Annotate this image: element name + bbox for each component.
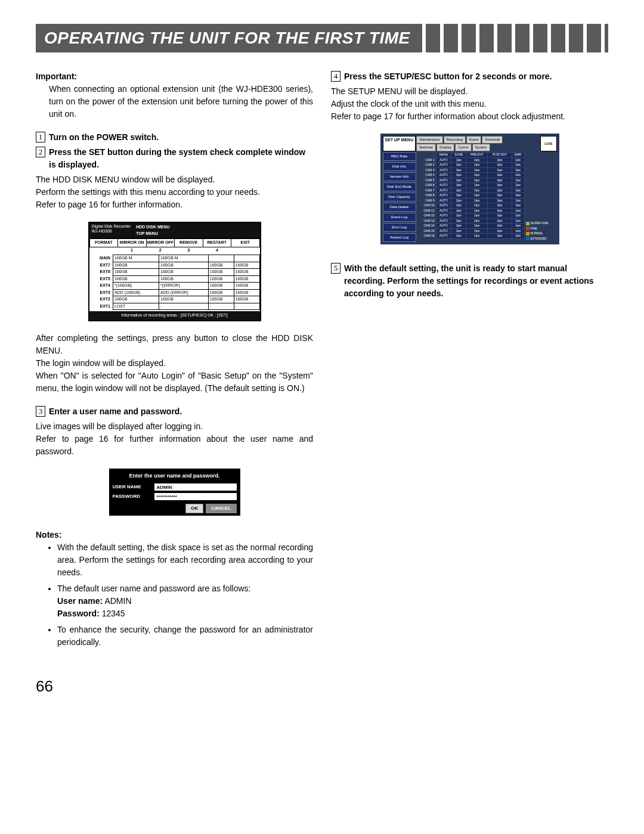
setup-cell: 1ips — [451, 218, 466, 224]
setup-cell: AUTO — [436, 208, 451, 213]
setup-cell: 1ips — [488, 224, 512, 229]
hdd-cell: - — [159, 303, 209, 310]
hdd-cell: - — [208, 303, 234, 310]
setup-row-label: CAM 6 — [417, 183, 436, 188]
legend-swatch — [526, 227, 530, 230]
hdd-tab: FORMAT — [89, 238, 119, 247]
setup-tab: Event — [466, 136, 481, 144]
setup-cell: 1ips — [466, 173, 488, 178]
setup-cell: AUTO — [436, 173, 451, 178]
step-title-2: Press the SET button during the system c… — [49, 146, 313, 171]
note-user-value: ADMIN — [103, 596, 131, 606]
note-1: With the default setting, the disk space… — [57, 541, 313, 579]
setup-cell: 1ips — [512, 203, 524, 209]
hdd-cell — [234, 255, 259, 262]
hdd-cell: 160GB — [234, 275, 259, 283]
setup-cell: 1ips — [466, 218, 488, 224]
setup-row-label: CAM 11 — [417, 208, 436, 213]
step4-p2: Adjust the clock of the unit with this m… — [331, 98, 608, 110]
step-number-5: 5 — [331, 263, 340, 274]
setup-row-label: CAM 14 — [417, 224, 436, 229]
note-2-text: The default user name and password are a… — [57, 584, 251, 593]
setup-menu-figure: SET UP MENU MaintenanceRecordingEventSch… — [380, 134, 559, 244]
setup-row-label: CAM 12 — [417, 213, 436, 219]
setup-row-label: CAM 4 — [417, 173, 436, 178]
important-label: Important: — [36, 70, 313, 83]
setup-cell: 1ips — [488, 163, 512, 168]
setup-cell: 1ips — [488, 198, 512, 203]
setup-col-header: POST-EVT — [488, 153, 512, 158]
setup-cell: 1ips — [512, 157, 524, 163]
setup-side-button: Data Delete — [383, 203, 416, 212]
hdd-cell: *(160GB) — [113, 283, 159, 290]
setup-side-button: Event Log — [383, 213, 416, 222]
login-ok: OK — [185, 504, 203, 513]
hdd-row-label: EXT1 — [89, 303, 113, 310]
hdd-cell: LOST — [113, 303, 159, 310]
hdd-cell — [208, 255, 234, 262]
hdd-tab: REMOVE — [175, 238, 203, 247]
setup-col-header: MANU — [436, 153, 451, 158]
hdd-cell: 160GB M — [113, 255, 159, 262]
hdd-cell: 160GB — [234, 289, 259, 296]
setup-row-label: CAM 15 — [417, 228, 436, 234]
notes-label: Notes: — [36, 529, 313, 541]
hdd-tab: MIRROR OFF — [147, 238, 175, 247]
step-number-4: 4 — [331, 71, 340, 82]
hdd-cell: ADD (ERROR) — [159, 289, 209, 296]
hdd-col-num: 4 — [203, 247, 231, 254]
hdd-row-label: MAIN — [89, 255, 113, 262]
after-text-2: The login window will be displayed. — [36, 357, 313, 370]
setup-side-button: Version Info — [383, 172, 416, 181]
hdd-col-num: 3 — [175, 247, 203, 254]
hdd-cell: 160GB — [113, 275, 159, 283]
setup-cell: 1ips — [451, 193, 466, 199]
hdd-cell: 160GB M — [159, 255, 209, 262]
setup-cell: AUTO — [436, 183, 451, 188]
hdd-col-num: 2 — [146, 247, 175, 254]
note-2: The default user name and password are a… — [57, 582, 313, 620]
setup-cell: 1ips — [451, 157, 466, 163]
hdd-row-label: EXT6 — [89, 269, 113, 276]
hdd-cell: ADD (160GB) — [113, 289, 159, 296]
hdd-cell: 160GB — [234, 262, 259, 269]
hdd-footer: Information of recording areas : [SETUP/… — [89, 311, 260, 320]
step-title-5: With the default setting, the unit is re… — [344, 262, 608, 300]
setup-cell: 1ips — [466, 234, 488, 239]
hdd-row-label: EXT3 — [89, 289, 113, 296]
setup-tab: Recording — [444, 136, 466, 144]
setup-cell: AUTO — [436, 234, 451, 239]
setup-live: LIVE — [540, 136, 556, 151]
step3-p2: Refer to page 16 for further information… — [36, 433, 313, 458]
hdd-col-num: 1 — [117, 247, 146, 254]
step2-p2: Perform the settings with this menu acco… — [36, 186, 313, 199]
step-number-2: 2 — [36, 147, 45, 157]
hdd-menu-line1: HDD DISK MENU — [136, 224, 257, 231]
setup-cell: AUTO — [436, 228, 451, 234]
header-stripes — [426, 24, 608, 52]
setup-cell: 1ips — [488, 234, 512, 239]
setup-cell: AUTO — [436, 224, 451, 229]
setup-cell: AUTO — [436, 198, 451, 203]
legend-label: FINE — [531, 227, 537, 231]
setup-cell: 1ips — [451, 173, 466, 178]
hdd-row-label: EXT4 — [89, 283, 113, 290]
setup-cell: AUTO — [436, 188, 451, 193]
setup-tab: Switcher — [416, 144, 436, 151]
setup-cell: 1ips — [451, 228, 466, 234]
setup-cell: 1ips — [466, 224, 488, 229]
setup-cell: 1ips — [512, 188, 524, 193]
after-text-3: When "ON" is selected for "Auto Login" o… — [36, 370, 313, 395]
hdd-cell: 160GB — [208, 262, 234, 269]
hdd-recorder-line2: WJ-HD300 — [92, 229, 131, 234]
setup-cell: 1ips — [488, 228, 512, 234]
setup-cell: 1ips — [512, 228, 524, 234]
setup-cell: 1ips — [466, 188, 488, 193]
setup-cell: 1ips — [512, 218, 524, 224]
setup-cell: AUTO — [436, 163, 451, 168]
setup-col-header: PRE-EVT — [466, 153, 488, 158]
setup-tab: Display — [436, 144, 454, 151]
setup-side-button: Error Log — [383, 223, 416, 232]
setup-cell: 1ips — [451, 188, 466, 193]
login-user-label: USER NAME — [113, 483, 154, 491]
